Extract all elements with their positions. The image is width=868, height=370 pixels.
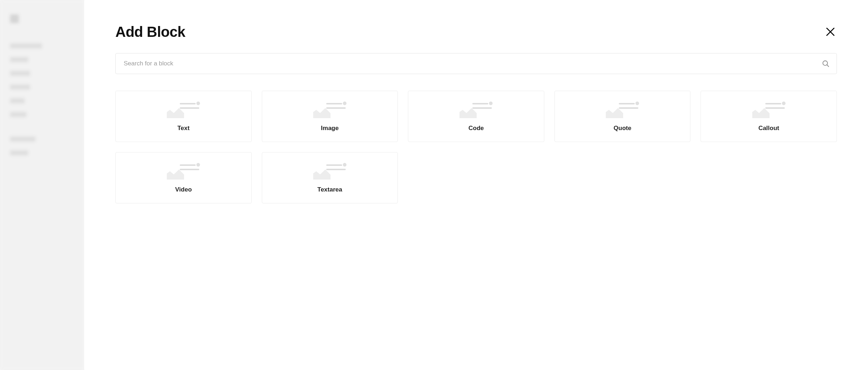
block-card-image[interactable]: Image <box>262 91 398 142</box>
block-card-callout[interactable]: Callout <box>701 91 837 142</box>
modal-title: Add Block <box>115 24 837 40</box>
block-thumb-icon <box>167 101 200 118</box>
block-thumb-icon <box>606 101 639 118</box>
close-icon <box>825 26 836 37</box>
block-card-text[interactable]: Text <box>115 91 252 142</box>
add-block-modal: Add Block Text <box>84 0 868 370</box>
block-card-label: Image <box>321 125 339 132</box>
block-card-quote[interactable]: Quote <box>554 91 691 142</box>
block-card-label: Text <box>177 125 190 132</box>
block-thumb-icon <box>459 101 493 118</box>
close-button[interactable] <box>824 25 837 38</box>
block-card-label: Quote <box>614 125 631 132</box>
block-card-label: Callout <box>758 125 779 132</box>
block-thumb-icon <box>167 162 200 180</box>
block-thumb-icon <box>313 101 346 118</box>
block-thumb-icon <box>313 162 346 180</box>
svg-line-3 <box>827 65 829 66</box>
block-grid: Text Image Code Quote <box>115 91 837 203</box>
block-card-label: Textarea <box>318 186 342 193</box>
block-card-label: Code <box>468 125 484 132</box>
block-card-label: Video <box>175 186 192 193</box>
search-field-wrap <box>115 53 837 74</box>
block-thumb-icon <box>752 101 786 118</box>
modal-overlay: Add Block Text <box>0 0 868 370</box>
block-card-video[interactable]: Video <box>115 152 252 203</box>
search-icon <box>822 60 830 68</box>
search-input[interactable] <box>115 53 837 74</box>
block-card-textarea[interactable]: Textarea <box>262 152 398 203</box>
block-card-code[interactable]: Code <box>408 91 544 142</box>
